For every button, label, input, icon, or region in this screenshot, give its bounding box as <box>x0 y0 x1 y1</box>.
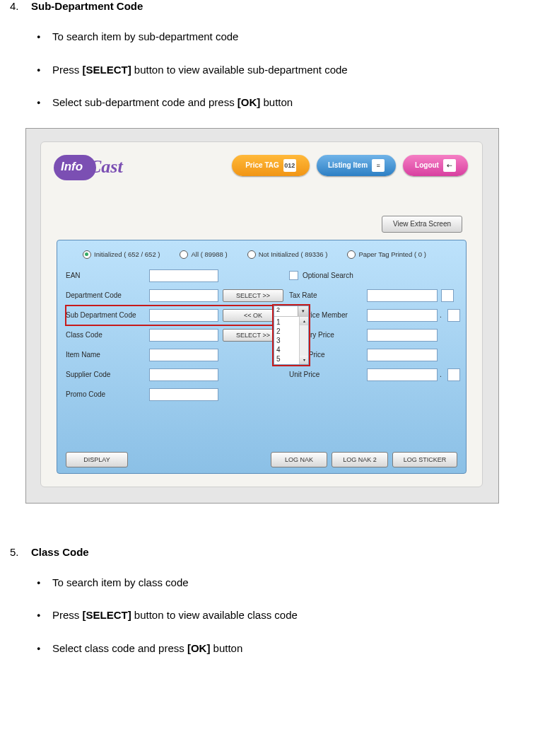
search-panel: Initialized ( 652 / 652 ) All ( 89988 ) … <box>57 240 467 474</box>
item-name-input[interactable] <box>149 349 218 361</box>
log-nak-2-button[interactable]: LOG NAK 2 <box>332 452 388 467</box>
bullet-item: Select class code and press [OK] button <box>37 641 547 657</box>
unit-price-input[interactable] <box>367 368 438 381</box>
subdept-dropdown[interactable]: 2▾ 1 2 3 4 5 ▴▾ <box>274 306 309 365</box>
section-number: 5. <box>10 546 31 558</box>
log-nak-button[interactable]: LOG NAK <box>271 452 327 467</box>
tax-rate-input[interactable] <box>367 289 438 302</box>
subdept-code-label: Sub Department Code <box>66 311 149 319</box>
supplier-code-input[interactable] <box>149 368 218 381</box>
ean-label: EAN <box>66 272 149 279</box>
section-heading: Sub-Department Code <box>31 0 143 12</box>
list-icon: ≡ <box>372 159 385 172</box>
bullet-item: Select sub-department code and press [OK… <box>37 95 547 111</box>
subdept-code-input[interactable] <box>149 309 218 322</box>
dept-code-input[interactable] <box>149 289 218 302</box>
radio-initialized[interactable]: Initialized ( 652 / 652 ) <box>83 250 160 259</box>
infocast-logo: Cast <box>54 152 146 180</box>
section-number: 4. <box>10 0 31 12</box>
display-button[interactable]: DISPLAY <box>66 452 128 467</box>
promo-code-input[interactable] <box>149 388 218 401</box>
radio-all[interactable]: All ( 89988 ) <box>180 250 227 259</box>
logout-button[interactable]: Logout⇠ <box>403 155 468 176</box>
bullet-list: To search item by sub-department code Pr… <box>10 29 547 111</box>
view-extra-screen-button[interactable]: View Extra Screen <box>382 216 462 233</box>
optional-search-checkbox[interactable] <box>289 271 298 280</box>
radio-not-initialized[interactable]: Not Initialized ( 89336 ) <box>247 250 328 259</box>
dept-select-button[interactable]: SELECT >> <box>223 289 283 302</box>
promo-code-label: Promo Code <box>66 390 149 398</box>
ean-input[interactable] <box>149 269 218 282</box>
tax-rate-dropdown[interactable] <box>441 289 454 302</box>
chevron-down-icon[interactable]: ▾ <box>298 306 308 316</box>
bullet-item: To search item by class code <box>37 575 547 591</box>
app-window: Cast Price TAG012 Listing Item≡ Logout⇠ … <box>40 141 483 487</box>
log-sticker-button[interactable]: LOG STICKER <box>392 452 457 467</box>
radio-paper-tag[interactable]: Paper Tag Printed ( 0 ) <box>347 250 426 259</box>
ordinary-price-input[interactable] <box>367 329 438 342</box>
bullet-list: To search item by class code Press [SELE… <box>10 575 547 657</box>
bullet-item: Press [SELECT] button to view available … <box>37 62 547 78</box>
unit-price-member-input[interactable] <box>367 309 438 322</box>
tax-rate-label: Tax Rate <box>289 291 367 299</box>
dropdown-scrollbar[interactable]: ▴▾ <box>299 317 308 364</box>
item-name-label: Item Name <box>66 351 149 359</box>
listing-item-button[interactable]: Listing Item≡ <box>317 155 396 176</box>
app-screenshot: Cast Price TAG012 Listing Item≡ Logout⇠ … <box>25 128 499 504</box>
bullet-item: To search item by sub-department code <box>37 29 547 45</box>
unit-price-member-decimal[interactable] <box>447 309 460 322</box>
sales-price-input[interactable] <box>367 349 438 361</box>
class-code-label: Class Code <box>66 331 149 339</box>
bullet-item: Press [SELECT] button to view available … <box>37 607 547 624</box>
price-tag-button[interactable]: Price TAG012 <box>232 155 310 176</box>
tag-icon: 012 <box>283 159 296 172</box>
supplier-code-label: Supplier Code <box>66 371 149 378</box>
filter-radios: Initialized ( 652 / 652 ) All ( 89988 ) … <box>83 250 457 259</box>
exit-icon: ⇠ <box>443 159 456 172</box>
class-code-input[interactable] <box>149 329 218 342</box>
unit-price-decimal[interactable] <box>447 368 460 381</box>
unit-price-label: Unit Price <box>289 371 367 378</box>
section-heading: Class Code <box>31 546 89 558</box>
optional-search-label: Optional Search <box>303 272 353 279</box>
dept-code-label: Department Code <box>66 291 149 299</box>
